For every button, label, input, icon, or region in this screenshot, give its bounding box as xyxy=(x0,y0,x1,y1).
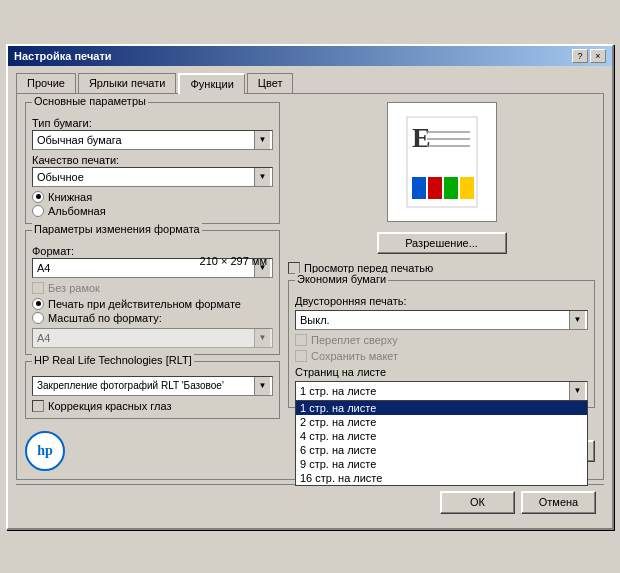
paper-type-select[interactable]: Обычная бумага ▼ xyxy=(32,130,273,150)
rlt-group-title: HP Real Life Technologies [RLT] xyxy=(32,354,194,366)
pages-option-4[interactable]: 6 стр. на листе xyxy=(296,443,587,457)
radio-landscape-label: Альбомная xyxy=(48,205,106,217)
no-borders-item: Без рамок xyxy=(32,282,273,294)
format-size-info: 210 × 297 мм xyxy=(200,255,267,267)
no-borders-checkbox[interactable] xyxy=(32,282,44,294)
window-title: Настройка печати xyxy=(14,50,112,62)
svg-text:E: E xyxy=(412,122,431,153)
basic-params-group: Основные параметры Тип бумаги: Обычная б… xyxy=(25,102,280,224)
radio-landscape-input[interactable] xyxy=(32,205,44,217)
cancel-button[interactable]: Отмена xyxy=(521,491,596,514)
radio-book-dot xyxy=(36,194,41,199)
right-column: E Разрешение... xyxy=(288,102,595,419)
svg-rect-5 xyxy=(412,177,426,199)
two-sided-field: Двусторонняя печать: Выкл. ▼ xyxy=(295,295,588,330)
two-sided-value: Выкл. xyxy=(298,314,569,326)
svg-rect-6 xyxy=(428,177,442,199)
basic-params-title: Основные параметры xyxy=(32,95,148,107)
format-group-title: Параметры изменения формата xyxy=(32,223,202,235)
radio-actual[interactable]: Печать при действительном формате xyxy=(32,298,273,310)
orientation-group: Книжная Альбомная xyxy=(32,191,273,217)
format-group: Параметры изменения формата Формат: 210 … xyxy=(25,230,280,355)
rlt-select[interactable]: Закрепление фотографий RLT 'Базовое' ▼ xyxy=(32,376,273,396)
rlt-value: Закрепление фотографий RLT 'Базовое' xyxy=(35,380,254,391)
scale-group: Печать при действительном формате Масшта… xyxy=(32,298,273,324)
radio-scale-input[interactable] xyxy=(32,312,44,324)
binding-label: Переплет сверху xyxy=(311,334,398,346)
pages-dropdown-list: 1 стр. на листе 2 стр. на листе 4 стр. н… xyxy=(295,400,588,486)
economy-group: Экономия бумаги Двусторонняя печать: Вык… xyxy=(288,280,595,408)
pages-per-sheet-arrow: ▼ xyxy=(569,382,585,400)
print-quality-arrow: ▼ xyxy=(254,168,270,186)
red-eye-item: Коррекция красных глаз xyxy=(32,400,273,412)
pages-per-sheet-field: Страниц на листе 1 стр. на листе ▼ 1 стр… xyxy=(295,366,588,401)
tab-prochie[interactable]: Прочие xyxy=(16,73,76,94)
red-eye-checkbox[interactable] xyxy=(32,400,44,412)
print-quality-value: Обычное xyxy=(35,171,254,183)
tab-tsvet[interactable]: Цвет xyxy=(247,73,294,94)
radio-book-input[interactable] xyxy=(32,191,44,203)
scale-arrow: ▼ xyxy=(254,329,270,347)
format-field: Формат: 210 × 297 мм А4 ▼ xyxy=(32,245,273,278)
red-eye-label: Коррекция красных глаз xyxy=(48,400,171,412)
preview-image: E xyxy=(387,102,497,222)
pages-per-sheet-select[interactable]: 1 стр. на листе ▼ xyxy=(295,381,588,401)
radio-book[interactable]: Книжная xyxy=(32,191,273,203)
tab-funktsii[interactable]: Функции xyxy=(178,73,244,94)
paper-type-label: Тип бумаги: xyxy=(32,117,273,129)
ok-button[interactable]: ОК xyxy=(440,491,515,514)
close-title-btn[interactable]: × xyxy=(590,49,606,63)
left-column: Основные параметры Тип бумаги: Обычная б… xyxy=(25,102,280,419)
svg-rect-8 xyxy=(460,177,474,199)
content-area: Прочие Ярлыки печати Функции Цвет Основн… xyxy=(8,66,612,528)
save-layout-label: Сохранить макет xyxy=(311,350,398,362)
two-sided-label: Двусторонняя печать: xyxy=(295,295,588,307)
pages-option-5[interactable]: 9 стр. на листе xyxy=(296,457,587,471)
svg-rect-7 xyxy=(444,177,458,199)
tab-yarlyki[interactable]: Ярлыки печати xyxy=(78,73,177,94)
help-title-btn[interactable]: ? xyxy=(572,49,588,63)
binding-checkbox[interactable] xyxy=(295,334,307,346)
save-layout-checkbox[interactable] xyxy=(295,350,307,362)
radio-scale[interactable]: Масштаб по формату: xyxy=(32,312,273,324)
rlt-group: HP Real Life Technologies [RLT] Закрепле… xyxy=(25,361,280,419)
bottom-bar: ОК Отмена xyxy=(16,484,604,520)
pages-option-3[interactable]: 4 стр. на листе xyxy=(296,429,587,443)
radio-book-label: Книжная xyxy=(48,191,92,203)
radio-actual-dot xyxy=(36,301,41,306)
tab-bar: Прочие Ярлыки печати Функции Цвет xyxy=(16,72,604,93)
scale-select[interactable]: А4 ▼ xyxy=(32,328,273,348)
print-quality-field: Качество печати: Обычное ▼ xyxy=(32,154,273,187)
pages-per-sheet-label: Страниц на листе xyxy=(295,366,588,378)
hp-logo: hp xyxy=(25,431,65,471)
two-sided-select[interactable]: Выкл. ▼ xyxy=(295,310,588,330)
paper-type-value: Обычная бумага xyxy=(35,134,254,146)
two-sided-arrow: ▼ xyxy=(569,311,585,329)
rlt-arrow: ▼ xyxy=(254,377,270,395)
title-buttons: ? × xyxy=(572,49,606,63)
print-quality-label: Качество печати: xyxy=(32,154,273,166)
save-layout-item: Сохранить макет xyxy=(295,350,588,362)
title-bar: Настройка печати ? × xyxy=(8,46,612,66)
economy-title: Экономия бумаги xyxy=(295,273,388,285)
radio-actual-label: Печать при действительном формате xyxy=(48,298,241,310)
pages-per-sheet-value: 1 стр. на листе xyxy=(298,385,569,397)
paper-type-arrow: ▼ xyxy=(254,131,270,149)
scale-value: А4 xyxy=(35,332,254,344)
no-borders-label: Без рамок xyxy=(48,282,100,294)
binding-item: Переплет сверху xyxy=(295,334,588,346)
preview-svg: E xyxy=(402,112,482,212)
radio-landscape[interactable]: Альбомная xyxy=(32,205,273,217)
pages-option-6[interactable]: 16 стр. на листе xyxy=(296,471,587,485)
radio-actual-input[interactable] xyxy=(32,298,44,310)
print-quality-select[interactable]: Обычное ▼ xyxy=(32,167,273,187)
tab-panel: Основные параметры Тип бумаги: Обычная б… xyxy=(16,93,604,480)
radio-scale-label: Масштаб по формату: xyxy=(48,312,162,324)
resolution-button[interactable]: Разрешение... xyxy=(377,232,507,254)
paper-type-field: Тип бумаги: Обычная бумага ▼ xyxy=(32,117,273,150)
main-window: Настройка печати ? × Прочие Ярлыки печат… xyxy=(6,44,614,530)
pages-option-2[interactable]: 2 стр. на листе xyxy=(296,415,587,429)
pages-option-1[interactable]: 1 стр. на листе xyxy=(296,401,587,415)
